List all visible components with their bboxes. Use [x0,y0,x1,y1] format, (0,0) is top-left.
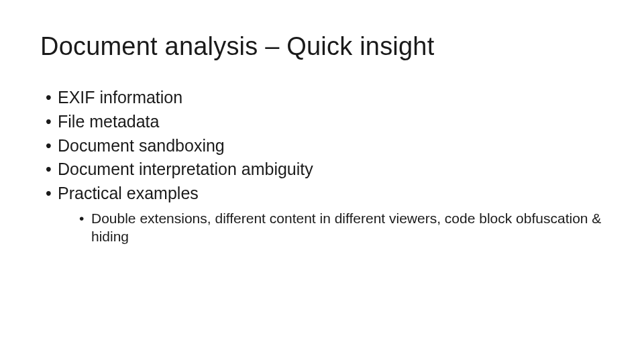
bullet-item: File metadata [46,111,604,133]
bullet-item: EXIF information [46,86,604,109]
slide-title: Document analysis – Quick insight [40,32,604,61]
bullet-item: Document interpretation ambiguity [46,158,604,181]
sub-bullet-list: Double extensions, different content in … [58,209,604,246]
bullet-list: EXIF information File metadata Document … [40,86,604,245]
bullet-item: Document sandboxing [46,135,604,158]
bullet-item: Practical examples Double extensions, di… [46,182,604,245]
bullet-item-label: Practical examples [58,184,199,202]
sub-bullet-item: Double extensions, different content in … [79,209,602,246]
slide-container: Document analysis – Quick insight EXIF i… [0,0,644,362]
